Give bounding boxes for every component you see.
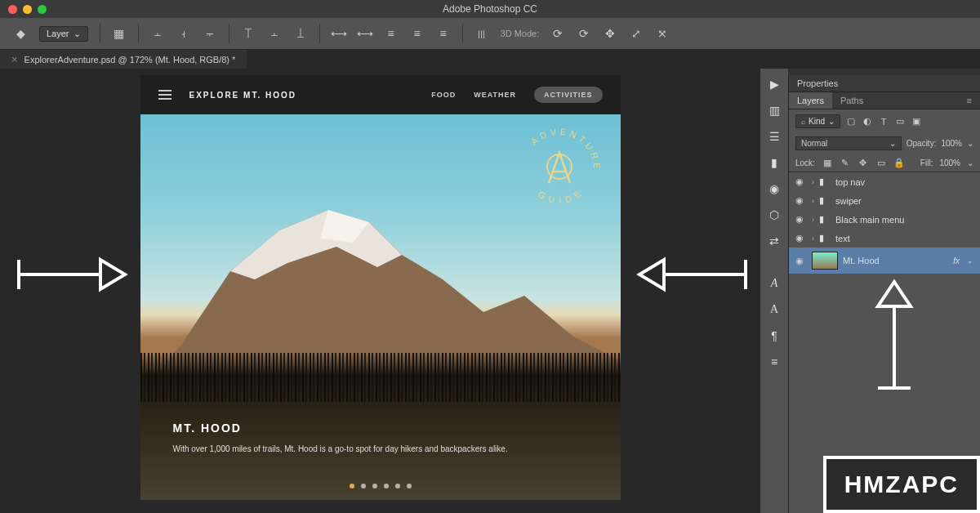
dot[interactable] (361, 484, 366, 488)
align-center-h-icon[interactable]: ⫞ (176, 26, 191, 41)
transform-controls-icon[interactable]: ▦ (112, 26, 127, 41)
layer-thumbnail[interactable] (812, 252, 838, 270)
cube-3d-icon[interactable]: ⬡ (765, 206, 783, 224)
distribute-icon[interactable]: ≡ (384, 26, 399, 41)
chevron-right-icon[interactable]: › (812, 178, 814, 186)
character-alt-icon[interactable]: A (765, 301, 783, 319)
fx-badge[interactable]: fx (953, 256, 960, 265)
layer-row[interactable]: ◉ › ▮ text (789, 229, 980, 248)
paths-tab[interactable]: Paths (832, 92, 871, 109)
hero-image: ADVENTURE GUIDE MT. HOOD With over 1,000… (140, 114, 621, 500)
carousel-dots[interactable] (350, 484, 412, 488)
brush-icon[interactable]: ▮ (765, 154, 783, 172)
layer-name[interactable]: Mt. Hood (843, 256, 880, 265)
panel-menu-icon[interactable]: ≡ (959, 92, 980, 109)
mode-label: 3D Mode: (501, 29, 540, 38)
align-left-icon[interactable]: ⫠ (150, 26, 165, 41)
chevron-right-icon[interactable]: › (812, 197, 814, 205)
chevron-down-icon: ⌄ (889, 139, 896, 148)
layers-tab[interactable]: Layers (789, 92, 832, 109)
pan-3d-icon[interactable]: ✥ (603, 26, 617, 41)
visibility-icon[interactable]: ◉ (795, 256, 807, 266)
document-tab[interactable]: × ExplorerAdventure.psd @ 172% (Mt. Hood… (0, 50, 247, 69)
distribute-v-icon[interactable]: ⟷ (358, 26, 372, 41)
layer-name[interactable]: Black main menu (835, 215, 904, 225)
close-window-button[interactable] (8, 5, 17, 14)
minimize-window-button[interactable] (23, 5, 32, 14)
align-right-icon[interactable]: ⫟ (203, 26, 217, 41)
nav-food[interactable]: FOOD (431, 91, 456, 99)
dot[interactable] (372, 484, 377, 488)
kind-filter[interactable]: ⌕ Kind ⌄ (795, 114, 840, 128)
chevron-down-icon[interactable]: ⌄ (967, 256, 973, 265)
distribute-spacing-icon[interactable]: ⫼ (474, 26, 489, 41)
lock-paint-icon[interactable]: ✎ (840, 157, 851, 168)
lock-all-icon[interactable]: 🔒 (893, 157, 905, 168)
nav-activities[interactable]: ACTIVITIES (534, 87, 603, 103)
layer-name[interactable]: swiper (835, 196, 862, 206)
blend-mode-select[interactable]: Normal ⌄ (795, 136, 902, 150)
chevron-down-icon: ⌄ (74, 29, 81, 39)
folder-icon: ▮ (819, 195, 831, 206)
histogram-icon[interactable]: ▥ (765, 101, 783, 119)
layer-row[interactable]: ◉ › ▮ Black main menu (789, 210, 980, 229)
filter-shape-icon[interactable]: ▭ (894, 116, 906, 127)
nav-weather[interactable]: WEATHER (474, 91, 516, 99)
scale-3d-icon[interactable]: ⤧ (655, 26, 670, 41)
fill-value[interactable]: 100% (939, 158, 960, 167)
distribute-icon[interactable]: ≡ (410, 26, 425, 41)
align-top-icon[interactable]: ⟙ (241, 26, 256, 41)
orbit-3d-icon[interactable]: ⟳ (550, 26, 565, 41)
filter-type-icon[interactable]: T (878, 116, 889, 127)
separator (319, 24, 320, 43)
dot[interactable] (407, 484, 412, 488)
chevron-right-icon[interactable]: › (812, 234, 814, 243)
layer-name[interactable]: text (835, 234, 850, 243)
roll-3d-icon[interactable]: ⟳ (577, 26, 591, 41)
target-select[interactable]: Layer ⌄ (39, 26, 88, 42)
visibility-icon[interactable]: ◉ (795, 233, 807, 243)
slide-3d-icon[interactable]: ⤢ (629, 26, 644, 41)
dot[interactable] (350, 484, 354, 488)
visibility-icon[interactable]: ◉ (795, 214, 807, 225)
distribute-h-icon[interactable]: ⟷ (332, 26, 346, 41)
chevron-right-icon[interactable]: › (812, 216, 814, 224)
visibility-icon[interactable]: ◉ (795, 195, 807, 206)
layer-name[interactable]: top nav (835, 177, 865, 187)
canvas-area[interactable]: EXPLORE MT. HOOD FOOD WEATHER ACTIVITIES (0, 69, 760, 513)
hamburger-icon[interactable] (158, 90, 172, 100)
character-icon[interactable]: A (765, 274, 783, 292)
canvas[interactable]: EXPLORE MT. HOOD FOOD WEATHER ACTIVITIES (140, 75, 621, 500)
adjustments-icon[interactable]: ⇄ (765, 232, 783, 250)
glyphs-icon[interactable]: ≡ (765, 353, 783, 371)
layer-row[interactable]: ◉ › ▮ swiper (789, 191, 980, 210)
filter-adjust-icon[interactable]: ◐ (862, 116, 873, 127)
lock-position-icon[interactable]: ✥ (858, 157, 869, 168)
layer-row-selected[interactable]: ◉ Mt. Hood fx ⌄ (789, 248, 980, 274)
dot[interactable] (395, 484, 400, 488)
dot[interactable] (384, 484, 389, 488)
folder-icon: ▮ (819, 214, 831, 225)
lock-artboard-icon[interactable]: ▭ (875, 157, 887, 168)
filter-pixel-icon[interactable]: ▢ (845, 116, 857, 127)
title-bar: Adobe Photoshop CC (0, 0, 980, 18)
site-header: EXPLORE MT. HOOD FOOD WEATHER ACTIVITIES (140, 75, 621, 114)
layer-row[interactable]: ◉ › ▮ top nav (789, 172, 980, 191)
align-bottom-icon[interactable]: ⟘ (293, 26, 308, 41)
separator (229, 24, 229, 43)
libraries-icon[interactable]: ◉ (765, 180, 783, 198)
properties-panel-header[interactable]: Properties (789, 75, 980, 92)
paragraph-icon[interactable]: ¶ (765, 327, 783, 345)
maximize-window-button[interactable] (38, 5, 47, 14)
filter-smart-icon[interactable]: ▣ (911, 116, 922, 127)
hero-subtitle: With over 1,000 miles of trails, Mt. Hoo… (173, 443, 588, 455)
visibility-icon[interactable]: ◉ (795, 176, 807, 187)
align-center-v-icon[interactable]: ⫠ (267, 26, 282, 41)
distribute-icon[interactable]: ≡ (436, 26, 451, 41)
lock-transparency-icon[interactable]: ▦ (822, 157, 833, 168)
auto-select-icon[interactable]: ◆ (13, 26, 28, 41)
close-tab-icon[interactable]: × (11, 53, 18, 65)
play-icon[interactable]: ▶ (765, 75, 783, 93)
swatches-icon[interactable]: ☰ (765, 127, 783, 145)
opacity-value[interactable]: 100% (941, 139, 962, 148)
